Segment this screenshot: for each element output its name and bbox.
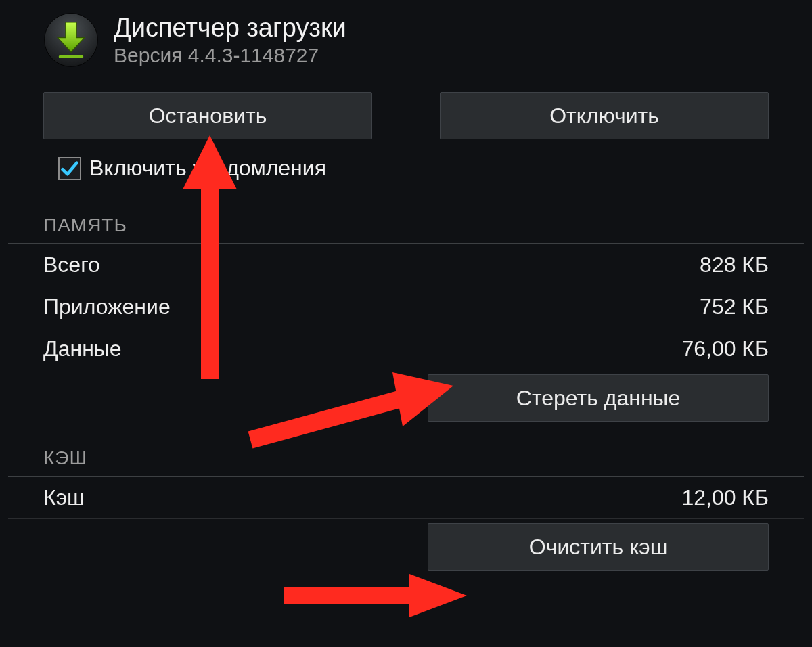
- cache-section-header: КЭШ: [8, 430, 804, 477]
- cache-row: Кэш 12,00 КБ: [8, 477, 804, 519]
- memory-app-value: 752 КБ: [700, 294, 769, 319]
- clear-data-row: Стереть данные: [0, 370, 812, 430]
- svg-rect-1: [59, 55, 83, 58]
- memory-section-header: ПАМЯТЬ: [8, 197, 804, 244]
- app-version: Версия 4.4.3-1148727: [114, 44, 346, 67]
- notifications-checkbox-row[interactable]: Включить уведомления: [0, 152, 812, 197]
- memory-data-value: 76,00 КБ: [681, 336, 769, 361]
- memory-total-value: 828 КБ: [700, 252, 769, 277]
- clear-cache-row: Очистить кэш: [0, 519, 812, 579]
- memory-app-row: Приложение 752 КБ: [8, 286, 804, 328]
- memory-total-label: Всего: [43, 252, 100, 277]
- notifications-checkbox[interactable]: [58, 157, 81, 180]
- clear-cache-button[interactable]: Очистить кэш: [428, 523, 769, 571]
- memory-app-label: Приложение: [43, 294, 171, 319]
- notifications-label: Включить уведомления: [89, 156, 326, 181]
- memory-total-row: Всего 828 КБ: [8, 244, 804, 286]
- memory-data-row: Данные 76,00 КБ: [8, 328, 804, 370]
- stop-button[interactable]: Остановить: [43, 92, 372, 139]
- download-manager-icon: [43, 12, 99, 68]
- svg-marker-4: [409, 574, 467, 617]
- cache-label: Кэш: [43, 485, 85, 510]
- clear-data-button[interactable]: Стереть данные: [428, 374, 769, 422]
- app-title: Диспетчер загрузки: [114, 14, 346, 43]
- app-header: Диспетчер загрузки Версия 4.4.3-1148727: [0, 0, 812, 74]
- cache-value: 12,00 КБ: [681, 485, 769, 510]
- top-button-row: Остановить Отключить: [0, 74, 812, 152]
- memory-data-label: Данные: [43, 336, 122, 361]
- disable-button[interactable]: Отключить: [440, 92, 769, 139]
